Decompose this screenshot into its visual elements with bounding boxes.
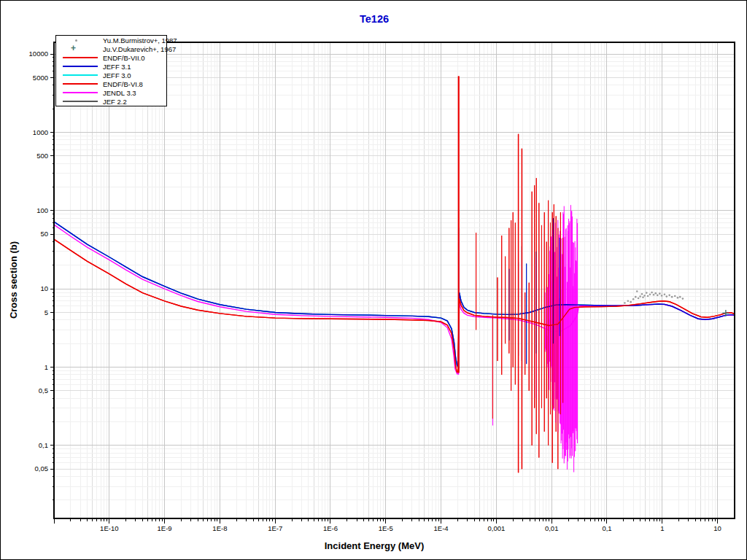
y-tick-label: 0,5	[39, 386, 48, 394]
y-tick-label: 500	[36, 152, 48, 160]
x-tick-label: 1E-10	[100, 524, 118, 532]
x-tick-label: 1E-4	[434, 524, 449, 532]
experimental-point-dot	[651, 292, 653, 294]
legend-line-swatch	[56, 71, 103, 79]
legend-line-swatch	[56, 62, 103, 71]
y-tick-label: 10000	[29, 50, 48, 58]
x-tick-label: 1	[660, 524, 664, 532]
experimental-point-dot	[638, 298, 640, 300]
legend-item-label: ENDF/B-VI.8	[103, 80, 143, 88]
experimental-point-dot	[674, 295, 676, 298]
experimental-point-dot	[677, 297, 679, 299]
experimental-point-dot	[653, 294, 655, 296]
experimental-point-dot	[635, 296, 637, 298]
x-tick-label: 1E-9	[158, 524, 172, 532]
experimental-point-dot	[632, 298, 635, 300]
y-tick-label: 5000	[33, 74, 48, 82]
legend-item-label: JEFF 3.0	[103, 71, 131, 79]
legend-item-label: ENDF/B-VII.0	[103, 54, 145, 62]
legend-item: JEFF 3.1	[56, 62, 166, 71]
y-tick-label: 0,1	[39, 441, 48, 449]
y-tick-label: 10	[40, 284, 48, 292]
experimental-point-dot	[643, 295, 646, 297]
x-tick-label: 1E-5	[379, 524, 393, 532]
grid-lines	[54, 42, 734, 518]
y-tick-label: 100	[36, 206, 48, 214]
y-axis-label: Cross section (b)	[8, 241, 19, 319]
legend-item: +Ju.V.Dukarevich+, 1967	[56, 44, 166, 53]
legend-dot-marker	[56, 36, 103, 44]
legend-item: JEFF 3.0	[56, 71, 166, 79]
experimental-point-dot	[649, 293, 651, 295]
experimental-point-dot	[661, 295, 663, 297]
experimental-point-dot	[641, 293, 643, 295]
legend-plus-marker: +	[56, 44, 103, 53]
experimental-point-dot	[659, 292, 661, 295]
experimental-point-dot	[665, 295, 667, 298]
experimental-point-dot	[657, 295, 659, 297]
x-tick-label: 0,1	[602, 524, 611, 532]
x-tick-label: 0,01	[545, 524, 559, 532]
experimental-point-dot	[668, 295, 670, 297]
x-tick-label: 1E-6	[323, 524, 338, 532]
legend-item: JENDL 3.3	[56, 88, 166, 97]
legend-line-swatch	[56, 88, 103, 97]
x-axis-label: Incident Energy (MeV)	[325, 540, 425, 551]
experimental-point-dot	[642, 296, 644, 298]
y-tick-label: 1	[44, 363, 48, 371]
experimental-point-dot	[624, 302, 626, 304]
legend-line-swatch	[56, 97, 103, 106]
legend-item: ENDF/B-VI.8	[56, 79, 166, 88]
legend-item-label: JENDL 3.3	[103, 89, 136, 97]
legend-item-label: Ju.V.Dukarevich+, 1967	[103, 45, 176, 53]
experimental-point-dot	[627, 300, 630, 303]
experimental-point-dot	[630, 301, 632, 303]
x-tick-label: 0,001	[487, 524, 505, 532]
x-tick-label: 10	[713, 524, 721, 532]
legend-item: JEF 2.2	[56, 97, 166, 106]
legend-item-label: JEFF 3.1	[103, 63, 131, 71]
experimental-point-dot	[682, 298, 684, 300]
legend-line-swatch	[56, 79, 103, 88]
legend-box: Yu.M.Burmistrov+, 1987+Ju.V.Dukarevich+,…	[55, 35, 167, 106]
legend-item: ENDF/B-VII.0	[56, 53, 166, 62]
y-tick-label: 0,05	[35, 464, 49, 472]
experimental-point-dot	[647, 295, 649, 298]
experimental-point-dot	[639, 295, 641, 298]
plot-window: 1E-101E-91E-81E-71E-61E-51E-40,0010,010,…	[0, 0, 747, 560]
chart-title: Te126	[360, 13, 389, 25]
experimental-point-dot	[671, 296, 673, 298]
experimental-point-dot	[664, 293, 666, 295]
experimental-point-dot	[646, 292, 648, 294]
experimental-point-dot	[654, 292, 657, 295]
legend-item-label: JEF 2.2	[103, 98, 127, 106]
legend-item-label: Yu.M.Burmistrov+, 1987	[103, 36, 177, 44]
y-tick-label: 1000	[33, 128, 48, 136]
legend-line-swatch	[56, 53, 103, 62]
x-tick-label: 1E-8	[212, 524, 227, 532]
y-tick-label: 50	[40, 230, 48, 238]
x-tick-label: 1E-7	[268, 524, 282, 532]
tick-labels: 1E-101E-91E-81E-71E-61E-51E-40,0010,010,…	[29, 50, 721, 532]
y-tick-label: 5	[44, 308, 48, 316]
experimental-point-dot	[636, 290, 638, 292]
experimental-point-dot	[679, 296, 681, 298]
